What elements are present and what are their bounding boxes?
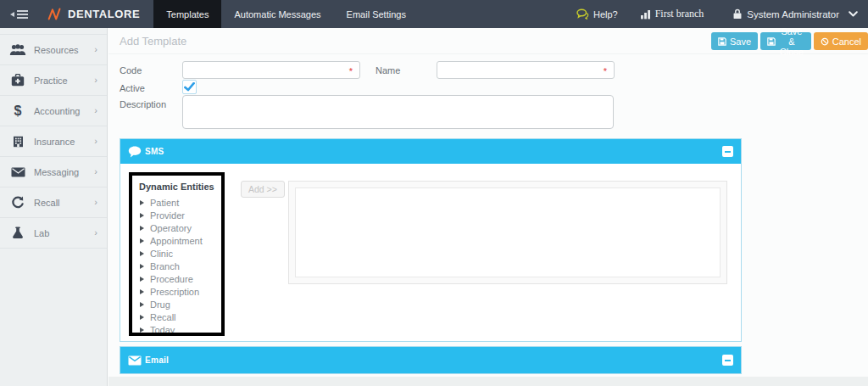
sidebar: Resources › Practice › $ Accounting › In… [0, 28, 108, 386]
dynamic-entities-tree: Patient Provider Operatory Appoi [132, 196, 221, 336]
cancel-button-label: Cancel [832, 36, 861, 47]
minus-icon [725, 360, 731, 361]
brand[interactable]: DENTALORE [47, 0, 140, 28]
flask-icon [7, 227, 29, 239]
entity-item[interactable]: Drug [140, 298, 221, 310]
entity-item[interactable]: Prescription [140, 285, 221, 298]
sidebar-item-insurance[interactable]: Insurance › [0, 126, 107, 157]
name-label: Name [376, 65, 400, 76]
save-disk-icon [767, 37, 776, 46]
cancel-button[interactable]: Cancel [814, 32, 868, 50]
sidebar-item-label: Messaging [34, 167, 79, 177]
caret-right-icon [140, 327, 144, 333]
email-collapse-button[interactable] [722, 355, 733, 366]
name-input[interactable] [437, 61, 615, 79]
action-buttons: Save Save & Close Cancel [711, 32, 868, 50]
caret-right-icon [140, 226, 144, 231]
users-icon [7, 44, 29, 56]
nav-tabs: Templates Automatic Messages Email Setti… [153, 0, 419, 28]
dollar-icon: $ [7, 104, 29, 118]
entity-label: Patient [150, 198, 179, 208]
sidebar-item-label: Resources [34, 45, 79, 55]
caret-right-icon [140, 238, 144, 243]
caret-right-icon [140, 302, 144, 307]
caret-right-icon [140, 289, 144, 294]
building-icon [7, 136, 29, 148]
medical-bag-icon [7, 74, 29, 87]
email-panel-title: Email [145, 355, 169, 365]
caret-right-icon [140, 251, 144, 256]
description-textarea[interactable] [182, 95, 614, 129]
sidebar-item-label: Insurance [34, 137, 75, 147]
save-button[interactable]: Save [711, 32, 758, 50]
sms-panel-title: SMS [145, 147, 164, 156]
entity-label: Procedure [150, 274, 193, 284]
add-entity-button[interactable]: Add >> [241, 181, 285, 198]
entity-item[interactable]: Clinic [140, 247, 221, 260]
tab-automatic-messages[interactable]: Automatic Messages [221, 0, 333, 28]
caret-right-icon [140, 264, 144, 269]
sidebar-item-label: Lab [34, 228, 49, 238]
user-label: System Administrator [747, 9, 839, 20]
chevron-right-icon: › [94, 106, 97, 115]
sidebar-collapse-button[interactable] [0, 0, 37, 28]
caret-right-icon [140, 277, 144, 282]
entity-item[interactable]: Patient [140, 196, 221, 209]
entity-item[interactable]: Recall [140, 310, 221, 323]
caret-right-icon [140, 200, 144, 205]
save-and-close-button[interactable]: Save & Close [760, 32, 811, 50]
sms-template-editor [288, 181, 727, 284]
user-menu[interactable]: System Administrator [732, 8, 858, 20]
name-field-wrap: * [437, 61, 615, 79]
save-and-close-button-label: Save & Close [779, 26, 804, 57]
header-divider [108, 53, 868, 54]
entity-label: Provider [150, 210, 185, 221]
tab-email-settings[interactable]: Email Settings [334, 0, 419, 28]
entity-label: Appointment [150, 236, 203, 246]
email-panel-header: Email [120, 347, 741, 373]
entity-label: Recall [150, 312, 176, 322]
description-label: Description [120, 99, 166, 109]
page-title: Add Template [120, 35, 186, 48]
entity-item[interactable]: Operatory [140, 221, 221, 234]
sidebar-item-recall[interactable]: Recall › [0, 187, 107, 218]
help-menu[interactable]: Help? [576, 8, 618, 20]
entity-item[interactable]: Branch [140, 260, 221, 272]
lock-icon [732, 8, 743, 20]
entity-item[interactable]: Today [140, 323, 221, 336]
entity-label: Clinic [150, 249, 173, 259]
entity-item[interactable]: Appointment [140, 234, 221, 247]
entity-item[interactable]: Procedure [140, 272, 221, 285]
caret-right-icon [140, 213, 144, 218]
caret-right-icon [140, 315, 144, 320]
sidebar-menu: Resources › Practice › $ Accounting › In… [0, 34, 107, 249]
entity-label: Operatory [150, 223, 192, 233]
entity-label: Branch [150, 261, 180, 271]
chevron-down-icon [849, 11, 858, 17]
code-input[interactable] [182, 61, 360, 79]
sidebar-item-resources[interactable]: Resources › [0, 34, 107, 65]
chevron-right-icon: › [94, 198, 97, 207]
sms-panel: SMS Dynamic Entities Patient Provider [120, 138, 742, 342]
entity-label: Today [150, 325, 175, 335]
entity-label: Prescription [150, 287, 199, 297]
branch-chart-icon [640, 9, 651, 20]
tab-templates[interactable]: Templates [153, 0, 221, 28]
sidebar-item-lab[interactable]: Lab › [0, 218, 107, 249]
entity-item[interactable]: Provider [140, 209, 221, 221]
code-label: Code [120, 65, 142, 76]
dynamic-entities-highlight-box: Dynamic Entities Patient Provider [129, 172, 225, 336]
navbar-right: Help? First branch System Administrator [576, 0, 868, 28]
sms-template-textarea[interactable] [295, 187, 721, 277]
entity-label: Drug [150, 299, 170, 310]
active-checkbox[interactable] [182, 80, 197, 94]
branch-selector[interactable]: First branch [640, 8, 704, 20]
sms-panel-body: Dynamic Entities Patient Provider [120, 164, 741, 341]
sidebar-item-accounting[interactable]: $ Accounting › [0, 96, 107, 126]
sms-collapse-button[interactable] [722, 146, 733, 157]
help-bubble-icon [576, 8, 589, 20]
sidebar-item-messaging[interactable]: Messaging › [0, 157, 107, 187]
sidebar-item-label: Practice [34, 76, 68, 86]
sidebar-item-practice[interactable]: Practice › [0, 65, 107, 96]
chevron-right-icon: › [94, 137, 97, 146]
